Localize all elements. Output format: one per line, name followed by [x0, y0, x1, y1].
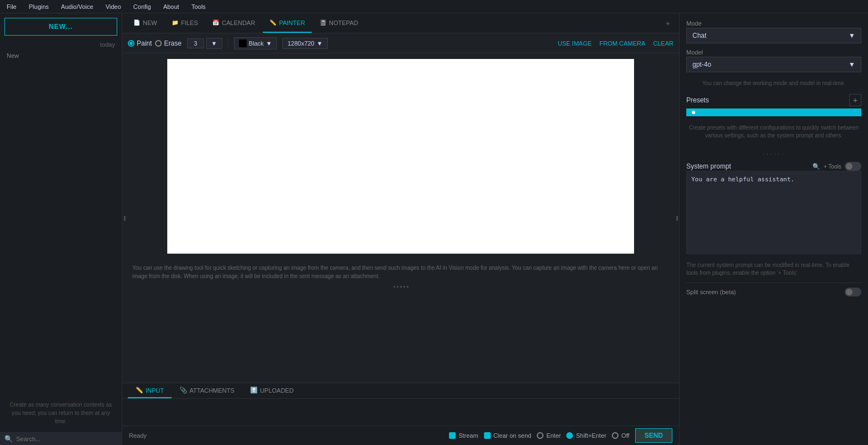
- uploaded-tab-icon: ⬆️: [250, 387, 258, 394]
- right-panel: Mode Chat ▼ Model gpt-4o ▼ You can chang…: [679, 13, 868, 445]
- enter-radio[interactable]: [537, 432, 543, 439]
- color-chevron-icon: ▼: [266, 40, 272, 47]
- attachments-tab-icon: 📎: [179, 387, 187, 394]
- menu-about[interactable]: About: [161, 2, 182, 11]
- mode-chevron-icon: ▼: [849, 32, 855, 39]
- system-prompt-section: System prompt 🔍 + Tools You are a helpfu…: [686, 162, 861, 256]
- right-drag-handle[interactable]: [675, 53, 679, 383]
- left-drag-handle[interactable]: [122, 53, 127, 383]
- off-radio[interactable]: [612, 432, 618, 439]
- split-screen-label: Split screen (beta): [686, 289, 736, 295]
- mode-dropdown[interactable]: Chat ▼: [686, 28, 861, 43]
- erase-label: Erase: [164, 39, 181, 47]
- new-tab-icon: 📄: [133, 19, 140, 26]
- sidebar-new-section: New: [0, 50, 122, 61]
- clear-on-send-group: Clear on send: [484, 432, 532, 439]
- brush-size-dropdown[interactable]: ▼: [206, 38, 222, 49]
- enter-group: Enter: [537, 432, 561, 439]
- system-prompt-hint: The current system prompt can be modifie…: [686, 261, 861, 277]
- drawing-canvas[interactable]: [167, 59, 634, 254]
- clear-on-send-checkbox[interactable]: [484, 432, 491, 439]
- split-screen-row: Split screen (beta): [686, 283, 861, 296]
- menu-file[interactable]: File: [4, 2, 19, 11]
- shift-enter-radio[interactable]: [566, 432, 573, 439]
- tab-files[interactable]: 📁 FILES: [165, 13, 205, 33]
- app-body: NEW... today New Create as many conversa…: [0, 13, 868, 445]
- resolution-dropdown[interactable]: 1280x720 ▼: [282, 38, 327, 49]
- clear-button[interactable]: CLEAR: [653, 40, 674, 47]
- input-tab-icon: ✏️: [136, 387, 143, 394]
- canvas-info: You can use the drawing tool for quick s…: [127, 259, 675, 285]
- horizontal-drag-handle[interactable]: [127, 285, 675, 289]
- input-tab-attachments[interactable]: 📎 ATTACHMENTS: [172, 383, 242, 398]
- menu-config[interactable]: Config: [131, 2, 153, 11]
- status-text: Ready: [129, 432, 147, 439]
- preset-item[interactable]: [686, 108, 861, 116]
- painter-toolbar: Paint Erase ▼ Black ▼ 1280x720: [122, 33, 679, 53]
- brush-size-control: ▼: [187, 38, 222, 49]
- tools-section: 🔍 + Tools: [812, 162, 861, 171]
- today-label: today: [0, 40, 122, 50]
- painter-toolbar-right: USE IMAGE FROM CAMERA CLEAR: [558, 40, 674, 47]
- message-input[interactable]: [122, 399, 679, 426]
- menu-video[interactable]: Video: [103, 2, 123, 11]
- tab-calendar[interactable]: 📅 CALENDAR: [206, 13, 262, 33]
- brush-size-input[interactable]: [187, 38, 204, 48]
- painter-tab-icon: ✏️: [270, 19, 276, 26]
- enter-label: Enter: [546, 432, 561, 439]
- sidebar-footer: Create as many conversation contexts as …: [0, 394, 122, 432]
- stream-group: Stream: [449, 432, 478, 439]
- model-value: gpt-4o: [692, 61, 711, 68]
- system-prompt-textarea[interactable]: You are a helpful assistant.: [686, 171, 861, 254]
- system-prompt-header: System prompt 🔍 + Tools: [686, 162, 861, 171]
- toolbar-separator-1: [228, 38, 228, 49]
- input-section: ✏️ INPUT 📎 ATTACHMENTS ⬆️ UPLOADED: [122, 383, 679, 426]
- paint-erase-group: Paint Erase: [128, 39, 182, 47]
- stream-label: Stream: [458, 432, 478, 439]
- erase-radio[interactable]: Erase: [155, 39, 181, 47]
- split-screen-toggle[interactable]: [845, 288, 861, 296]
- model-dropdown[interactable]: gpt-4o ▼: [686, 57, 861, 72]
- more-dots[interactable]: ......: [686, 147, 861, 156]
- color-dropdown[interactable]: Black ▼: [234, 37, 277, 50]
- stream-checkbox[interactable]: [449, 432, 456, 439]
- resolution-value: 1280x720: [287, 40, 314, 47]
- search-icon: 🔍: [4, 435, 13, 443]
- new-button[interactable]: NEW...: [4, 18, 117, 36]
- model-hint: You can change the working mode and mode…: [686, 78, 861, 88]
- tab-add-button[interactable]: +: [661, 17, 675, 30]
- search-tools-icon: 🔍: [812, 163, 820, 170]
- preset-dot: [692, 111, 695, 114]
- main-content: 📄 NEW 📁 FILES 📅 CALENDAR ✏️ PAINTER 📓 NO…: [122, 13, 679, 445]
- mode-label: Mode: [686, 20, 861, 27]
- input-tab-input[interactable]: ✏️ INPUT: [128, 383, 172, 398]
- shift-enter-group: Shift+Enter: [566, 432, 606, 439]
- menu-tools[interactable]: Tools: [189, 2, 208, 11]
- color-swatch: [239, 39, 247, 47]
- preset-add-button[interactable]: +: [849, 94, 861, 106]
- tab-painter[interactable]: ✏️ PAINTER: [263, 13, 312, 33]
- tools-button[interactable]: + Tools: [824, 164, 841, 170]
- chevron-down-icon: ▼: [211, 40, 217, 47]
- resolution-chevron-icon: ▼: [317, 40, 323, 47]
- tools-toggle[interactable]: [845, 162, 861, 171]
- bottom-bar-right: Stream Clear on send Enter Shift+Enter O…: [449, 428, 672, 443]
- tab-notepad[interactable]: 📓 NOTEPAD: [313, 13, 365, 33]
- search-input[interactable]: [16, 436, 117, 442]
- input-tab-uploaded[interactable]: ⬆️ UPLOADED: [242, 383, 302, 398]
- model-label: Model: [686, 49, 861, 56]
- from-camera-button[interactable]: FROM CAMERA: [600, 40, 646, 47]
- use-image-button[interactable]: USE IMAGE: [558, 40, 592, 47]
- calendar-tab-icon: 📅: [212, 19, 219, 26]
- presets-section: Presets +: [686, 94, 861, 116]
- paint-radio[interactable]: Paint: [128, 39, 152, 47]
- model-section: Model gpt-4o ▼: [686, 49, 861, 72]
- mode-value: Chat: [692, 32, 706, 39]
- send-button[interactable]: SEND: [635, 428, 672, 443]
- menu-plugins[interactable]: Plugins: [27, 2, 51, 11]
- paint-radio-circle: [128, 40, 134, 47]
- notepad-tab-icon: 📓: [320, 19, 326, 26]
- tab-new[interactable]: 📄 NEW: [127, 13, 164, 33]
- menu-bar: File Plugins Audio/Voice Video Config Ab…: [0, 0, 868, 13]
- menu-audio-voice[interactable]: Audio/Voice: [59, 2, 96, 11]
